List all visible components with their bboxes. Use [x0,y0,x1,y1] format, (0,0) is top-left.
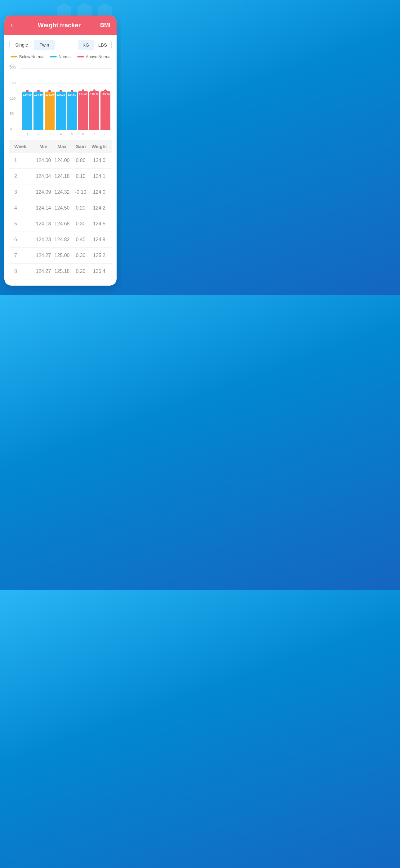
table-row-2: 2124.04124.180.10124.1 [9,168,112,184]
table-row-7: 7124.27125.000.30125.2 [9,248,112,264]
bar-6: 124.90 [78,91,88,130]
cell-weight-6: 124.9 [90,237,108,243]
cell-min-3: 124.09 [34,189,53,195]
cell-min-6: 124.23 [34,237,53,243]
bar-col-5: 124.50 [67,68,77,130]
bar-value-7: 125.20 [89,93,99,96]
table-row-6: 6124.23124.820.40124.9 [9,232,112,248]
x-label-6: 6 [78,132,88,136]
cell-max-8: 125.18 [53,269,71,274]
bar-col-1: 124.00 [22,68,32,130]
col-gain: Gain [71,144,90,149]
cell-max-2: 124.18 [53,174,71,179]
cell-weight-4: 124.2 [90,205,108,211]
bar-value-1: 124.00 [22,93,32,96]
above-normal-indicator [77,56,84,57]
cell-week-7: 7 [12,253,34,258]
type-toggle-group: Single Twin [9,40,55,50]
app-header: ‹ Weight tracker BMI [4,16,116,35]
above-normal-label: Above Normal [86,54,111,59]
bar-dot-6 [82,89,84,92]
bar-dot-1 [26,90,29,92]
bar-5: 124.50 [67,92,77,130]
lbs-button[interactable]: LBS [94,40,111,50]
x-label-2: 2 [33,132,43,136]
cell-week-2: 2 [12,174,34,179]
bar-col-7: 125.20 [89,68,99,130]
bar-value-5: 124.50 [67,93,77,96]
bar-dot-5 [71,90,73,92]
cell-gain-1: 0.00 [71,158,90,163]
col-max: Max [53,144,71,149]
bar-2: 124.10 [33,92,43,130]
bar-chart: 124.00124.10124.00124.20124.50124.90125.… [21,68,112,130]
cell-weight-2: 124.1 [90,174,108,179]
x-label-5: 5 [67,132,77,136]
bar-1: 124.00 [22,92,32,130]
bar-3: 124.00 [45,92,55,130]
bar-value-4: 124.20 [56,93,66,96]
cell-max-4: 124.50 [53,205,71,211]
legend-above-normal: Above Normal [77,54,111,59]
cell-min-5: 124.18 [34,221,53,227]
cell-weight-3: 124.0 [90,189,108,195]
table-row-8: 8124.27125.180.20125.4 [9,264,112,279]
bar-col-4: 124.20 [56,68,66,130]
cell-gain-4: 0.20 [71,205,90,211]
bars-container: 124.00124.10124.00124.20124.50124.90125.… [21,68,112,130]
cell-max-1: 124.00 [53,158,71,163]
cell-weight-8: 125.4 [90,269,108,274]
cell-min-2: 124.04 [34,174,53,179]
cell-max-5: 124.68 [53,221,71,227]
table-row-3: 3124.09124.32-0.10124.0 [9,184,112,200]
single-button[interactable]: Single [10,40,34,50]
twin-button[interactable]: Twin [34,40,55,50]
normal-indicator [50,56,57,57]
bar-col-8: 125.40 [100,68,110,130]
col-weight: Weight [90,144,108,149]
bar-dot-7 [93,89,96,92]
cell-min-7: 124.27 [34,253,53,258]
bar-col-6: 124.90 [78,68,88,130]
x-axis: 12345678 [21,132,112,136]
table-header-row: Week Min Max Gain Weight [9,140,112,153]
cell-gain-6: 0.40 [71,237,90,243]
bmi-button[interactable]: BMI [98,22,110,29]
normal-label: Normal [59,54,72,59]
main-card: ‹ Weight tracker BMI Single Twin KG LBS … [4,16,116,286]
cell-week-5: 5 [12,221,34,227]
cell-gain-5: 0.30 [71,221,90,227]
bar-col-3: 124.00 [45,68,55,130]
cell-gain-7: 0.30 [71,253,90,258]
cell-week-1: 1 [12,158,34,163]
bar-dot-3 [48,90,51,92]
table-row-5: 5124.18124.680.30124.5 [9,216,112,232]
chart-area: KG 200 150 100 50 0 124.00124.10124.0012… [9,62,112,136]
bar-value-2: 124.10 [33,93,43,96]
cell-week-4: 4 [12,205,34,211]
bar-value-8: 125.40 [100,93,110,96]
cell-max-7: 125.00 [53,253,71,258]
back-button[interactable]: ‹ [10,21,21,29]
unit-toggle-group: KG LBS [78,40,112,50]
cell-max-3: 124.32 [53,189,71,195]
x-label-4: 4 [56,132,66,136]
x-label-3: 3 [45,132,55,136]
table-body: 1124.00124.000.00124.02124.04124.180.101… [9,153,112,279]
kg-button[interactable]: KG [78,40,94,50]
cell-min-1: 124.00 [34,158,53,163]
col-min: Min [34,144,53,149]
data-table: Week Min Max Gain Weight 1124.00124.000.… [9,140,112,279]
bar-8: 125.40 [100,91,110,130]
legend-below-normal: Below Normal [10,54,44,59]
below-normal-label: Below Normal [19,54,44,59]
x-label-7: 7 [89,132,99,136]
cell-weight-5: 124.5 [90,221,108,227]
bar-dot-8 [104,89,107,92]
below-normal-indicator [10,56,18,57]
bar-value-6: 124.90 [78,93,88,96]
chart-legend: Below Normal Normal Above Normal [9,54,112,59]
header-title: Weight tracker [21,22,98,29]
cell-weight-1: 124.0 [90,158,108,163]
cell-gain-2: 0.10 [71,174,90,179]
